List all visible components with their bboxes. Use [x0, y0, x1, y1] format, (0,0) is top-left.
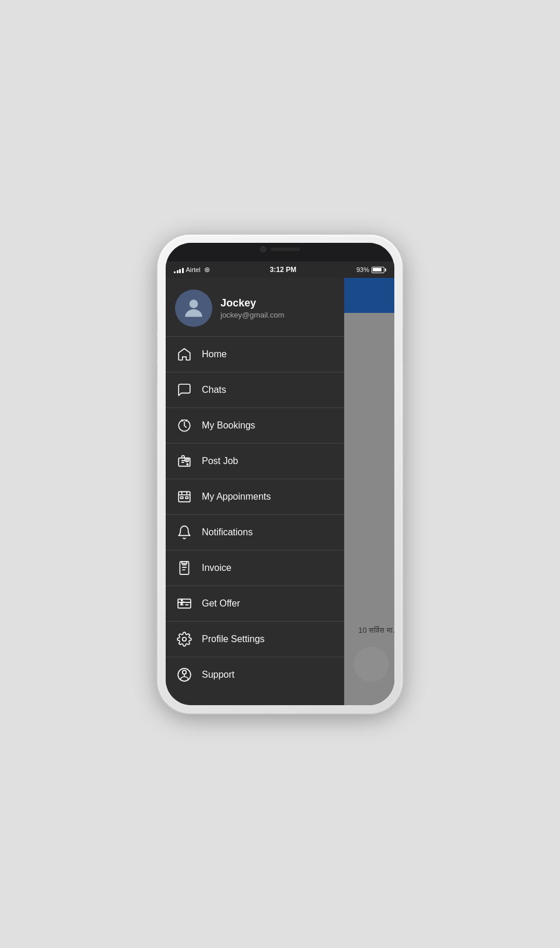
support-icon — [176, 667, 192, 683]
svg-rect-6 — [181, 497, 183, 499]
menu-item-support[interactable]: Support — [166, 657, 344, 692]
menu-list: Home Chats — [166, 337, 344, 705]
menu-item-home[interactable]: Home — [166, 337, 344, 372]
gear-icon — [176, 631, 192, 647]
peek-blue-bar — [344, 278, 394, 313]
wifi-icon: ⊛ — [204, 266, 210, 274]
menu-item-get-offer[interactable]: Get Offer — [166, 586, 344, 622]
status-left: Airtel ⊛ — [174, 266, 210, 274]
bookings-icon — [176, 417, 192, 434]
user-info: Jockey jockey@gmail.com — [220, 297, 335, 319]
svg-rect-7 — [186, 497, 188, 499]
svg-point-12 — [183, 637, 187, 642]
post-job-icon — [176, 453, 192, 469]
menu-item-bookings-label: My Bookings — [202, 420, 256, 431]
front-camera — [260, 246, 266, 252]
clock-label: 3:12 PM — [270, 266, 296, 274]
menu-item-invoice-label: Invoice — [202, 563, 232, 573]
appointments-icon — [176, 489, 192, 505]
menu-item-notifications[interactable]: Notifications — [166, 515, 344, 550]
battery-icon — [372, 267, 386, 273]
peek-text: 10 सर्विस मा… — [358, 626, 394, 635]
invoice-icon — [176, 560, 192, 576]
svg-point-3 — [187, 463, 188, 465]
offer-icon — [176, 595, 192, 612]
chat-icon — [176, 382, 192, 398]
carrier-label: Airtel — [186, 266, 201, 273]
menu-item-appointments-label: My Appoinments — [202, 492, 271, 502]
menu-item-chats[interactable]: Chats — [166, 372, 344, 408]
status-bar: Airtel ⊛ 3:12 PM 93% — [166, 262, 394, 278]
status-right: 93% — [356, 266, 386, 273]
drawer-header: Jockey jockey@gmail.com — [166, 278, 344, 337]
front-camera-area — [260, 246, 300, 252]
avatar — [175, 290, 212, 327]
menu-item-get-offer-label: Get Offer — [202, 598, 240, 609]
battery-percent-label: 93% — [356, 266, 369, 273]
menu-item-post-job[interactable]: Post Job — [166, 444, 344, 479]
nav-drawer: Jockey jockey@gmail.com Home — [166, 278, 344, 705]
phone-top-bar — [166, 243, 394, 262]
phone-shell: Airtel ⊛ 3:12 PM 93% — [158, 235, 402, 713]
menu-item-appointments[interactable]: My Appoinments — [166, 479, 344, 515]
menu-item-home-label: Home — [202, 349, 227, 360]
menu-item-notifications-label: Notifications — [202, 527, 253, 538]
menu-item-post-job-label: Post Job — [202, 456, 238, 466]
signal-icon — [174, 266, 184, 273]
menu-item-chats-label: Chats — [202, 385, 226, 395]
peek-circle — [354, 647, 388, 682]
main-content-peek: 10 सर्विस मा… — [344, 278, 394, 705]
bell-icon — [176, 524, 192, 541]
home-icon — [176, 346, 192, 363]
svg-point-0 — [190, 299, 198, 308]
menu-item-bookings[interactable]: My Bookings — [166, 408, 344, 444]
svg-point-14 — [183, 670, 187, 674]
earpiece-speaker — [271, 248, 300, 251]
screen-content: Jockey jockey@gmail.com Home — [166, 278, 394, 705]
menu-item-profile-settings-label: Profile Settings — [202, 634, 265, 644]
menu-item-support-label: Support — [202, 670, 235, 680]
phone-screen: Airtel ⊛ 3:12 PM 93% — [166, 243, 394, 705]
menu-item-profile-settings[interactable]: Profile Settings — [166, 622, 344, 657]
user-email-label: jockey@gmail.com — [220, 311, 335, 319]
user-name-label: Jockey — [220, 297, 335, 309]
person-icon — [181, 295, 206, 321]
svg-point-10 — [181, 600, 183, 601]
menu-item-invoice[interactable]: Invoice — [166, 550, 344, 586]
svg-rect-9 — [178, 599, 191, 608]
